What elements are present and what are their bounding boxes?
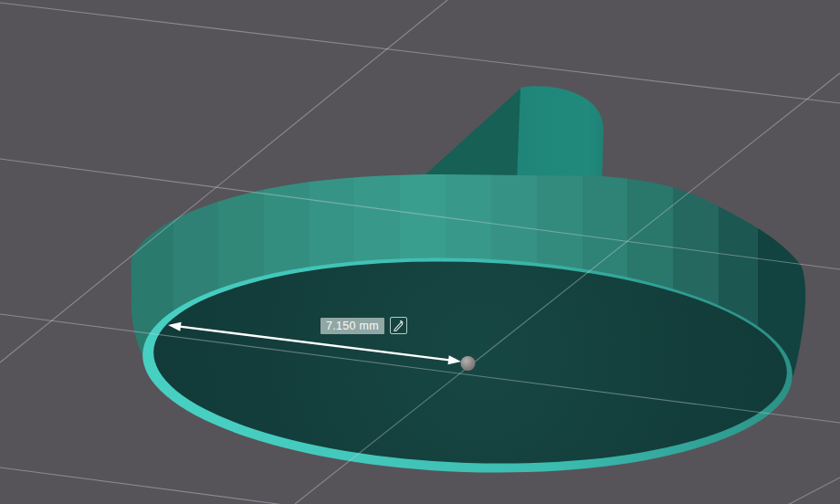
scene-canvas	[0, 0, 840, 504]
edit-measurement-button[interactable]	[390, 317, 407, 334]
model-tab-handle[interactable]	[508, 86, 604, 188]
center-point-sphere	[461, 356, 476, 371]
3d-viewport[interactable]: 7.150 mm	[0, 0, 840, 504]
measurement-value: 7.150 mm	[320, 318, 384, 334]
measurement-widget: 7.150 mm	[320, 317, 407, 334]
pencil-edit-icon	[393, 320, 404, 331]
